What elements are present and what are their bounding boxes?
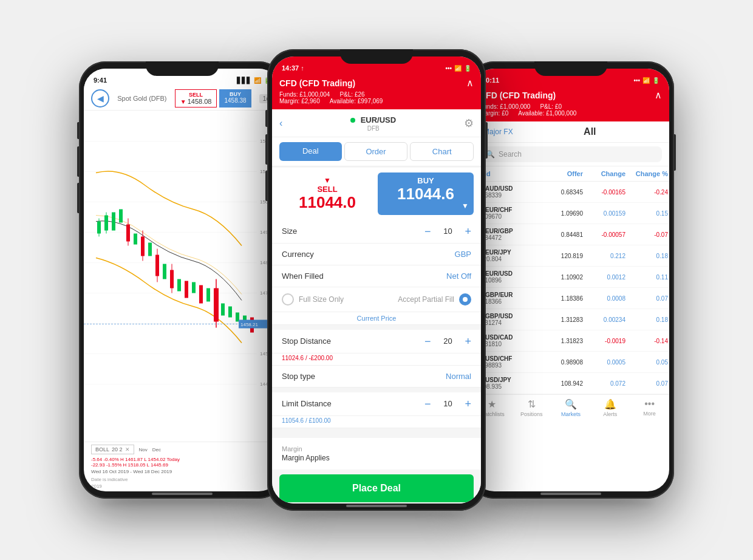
margin-title: Margin: [282, 445, 471, 452]
change-value: 0.0005: [583, 359, 625, 366]
full-size-option[interactable]: Full Size Only: [282, 293, 344, 306]
margin-header: Margin: £2,960: [279, 98, 320, 104]
pair-dot: GBP/USD: [480, 313, 534, 319]
markets-header: CFD (CFD Trading) ∧ Funds: £1,000,000 P&…: [472, 86, 669, 121]
table-row[interactable]: USD/JPY 108.935 108.942 0.072 0.07: [472, 373, 669, 394]
pair-bid: 1.18366: [480, 298, 534, 305]
boll-close[interactable]: ✕: [125, 446, 130, 452]
sell-box[interactable]: SELL ▼ 1458.08: [175, 89, 217, 108]
limit-increment[interactable]: +: [465, 398, 471, 409]
pair-dot: EUR/GBP: [480, 228, 534, 234]
size-increment[interactable]: +: [465, 226, 471, 237]
col-change: Change: [583, 170, 625, 177]
limit-decrement[interactable]: −: [424, 398, 431, 409]
change-value: 0.072: [583, 380, 625, 387]
sell-label: SELL: [283, 185, 372, 194]
nav-alerts[interactable]: 🔔 Alerts: [590, 398, 630, 417]
change-value: -0.00165: [583, 189, 625, 196]
collapse-icon-r[interactable]: ∧: [655, 89, 662, 101]
sell-price-box[interactable]: ▼ SELL 11044.0: [279, 172, 375, 215]
table-row[interactable]: USD/CHF 0.98893 0.98908 0.0005 0.05: [472, 352, 669, 373]
tab-order[interactable]: Order: [344, 142, 408, 161]
table-row[interactable]: EUR/USD 1.10896 1.10902 0.0012 0.11: [472, 267, 669, 288]
currency-label: Currency: [282, 250, 314, 259]
size-decrement[interactable]: −: [424, 226, 431, 237]
dots-icon: •••: [445, 65, 452, 72]
collapse-icon-c[interactable]: ∧: [466, 77, 474, 89]
change-value: 0.212: [583, 253, 625, 259]
pair-cell: USD/CAD 1.31810: [480, 334, 534, 347]
deal-tabs: Deal Order Chart: [272, 137, 481, 166]
settings-icon[interactable]: ⚙: [464, 117, 474, 130]
svg-rect-30: [221, 304, 225, 316]
table-row[interactable]: USD/CAD 1.31810 1.31823 -0.0019 -0.14: [472, 330, 669, 352]
pair-bid: 1.10896: [480, 277, 534, 284]
phone-center: 14:37 ↑ ••• 📶 🔋 CFD (CFD Trading) ∧: [267, 49, 486, 511]
svg-rect-31: [228, 307, 232, 318]
pair-bid: 0.98893: [480, 362, 534, 369]
svg-rect-26: [163, 264, 166, 279]
tab-chart[interactable]: Chart: [410, 142, 474, 161]
table-row[interactable]: GBP/USD 1.31274 1.31283 0.00234 0.18: [472, 309, 669, 330]
change-pct-value: 0.07: [625, 295, 668, 302]
buy-box[interactable]: BUY 1458.38: [219, 89, 251, 108]
full-size-radio[interactable]: [282, 293, 294, 306]
table-row[interactable]: AUD/USD 0.68339 0.68345 -0.00165 -0.24: [472, 182, 669, 203]
stop-increment[interactable]: +: [465, 336, 471, 347]
currency-row: Currency GBP: [272, 244, 481, 265]
partial-fill-option[interactable]: Accept Partial Fill: [398, 293, 471, 306]
change-pct-value: -0.07: [625, 231, 668, 238]
offer-value: 1.18386: [534, 295, 583, 302]
pair-dot: USD/CHF: [480, 355, 534, 362]
place-deal-button[interactable]: Place Deal: [279, 474, 474, 502]
price-boxes: SELL ▼ 1458.08 BUY 1458.38: [175, 89, 251, 108]
screen-left: 9:41 ▋▋▋ 📶 🔋 ◀ Spot Gold (DFB): [84, 69, 281, 491]
tab-deal[interactable]: Deal: [279, 142, 342, 161]
offer-value: 0.98908: [534, 359, 583, 366]
svg-rect-42: [185, 281, 188, 298]
pair-dot: EUR/CHF: [480, 207, 534, 213]
nav-positions[interactable]: ⇅ Positions: [512, 398, 551, 417]
funds-label: Funds: £1,000,004: [279, 91, 330, 98]
limit-distance-label: Limit Distance: [282, 399, 332, 408]
partial-fill-radio[interactable]: [459, 293, 471, 306]
change-value: 0.00234: [583, 316, 625, 323]
instrument-name: EUR/USD: [361, 115, 397, 125]
change-pct-value: -0.14: [625, 338, 668, 344]
stop-type-label: Stop type: [282, 372, 315, 381]
pair-bid: 120.804: [480, 256, 534, 262]
chart-title: Spot Gold (DFB): [117, 95, 166, 102]
table-row[interactable]: EUR/JPY 120.804 120.819 0.212 0.18: [472, 245, 669, 267]
svg-rect-23: [119, 210, 123, 223]
buy-arrow-icon: ▼: [462, 202, 469, 210]
status-dot: [350, 118, 355, 123]
nav-markets[interactable]: 🔍 Markets: [551, 398, 591, 417]
pair-cell: EUR/CHF 1.09670: [480, 207, 534, 220]
table-row[interactable]: GBP/EUR 1.18366 1.18386 0.0008 0.07: [472, 288, 669, 309]
table-row[interactable]: EUR/GBP 0.84472 0.84481 -0.00057 -0.07: [472, 224, 669, 245]
change-value: -0.0019: [583, 338, 625, 344]
back-button[interactable]: ◀: [91, 89, 109, 108]
col-change-pct: Change %: [625, 170, 668, 177]
pl-label: P&L: £26: [339, 91, 364, 98]
battery-icon-c: 🔋: [464, 65, 471, 72]
offer-value: 1.10902: [534, 274, 583, 281]
chart-area: 1520.00 1510.00 1500.00 1490.00 1480.00 …: [84, 111, 281, 442]
star-icon: ★: [488, 398, 496, 410]
margin-applies: Margin Applies: [282, 454, 471, 462]
change-pct-value: -0.24: [625, 189, 668, 196]
location-icon: ↑: [301, 64, 304, 72]
pair-dot: USD/JPY: [480, 377, 534, 383]
buy-price: 11044.6: [381, 185, 470, 203]
buy-price-box[interactable]: BUY 11044.6 ▼: [378, 172, 474, 215]
change-pct-value: 0.18: [625, 316, 668, 323]
nav-more[interactable]: ••• More: [630, 398, 669, 417]
when-filled-value[interactable]: Net Off: [446, 271, 471, 281]
available-r: Available: £1,000,000: [518, 110, 576, 117]
bell-icon: 🔔: [604, 398, 616, 410]
search-input[interactable]: 🔍 Search: [480, 146, 662, 162]
buy-label: BUY: [381, 176, 470, 185]
stop-decrement[interactable]: −: [424, 336, 431, 347]
table-row[interactable]: EUR/CHF 1.09670 1.09690 0.00159 0.15: [472, 203, 669, 224]
stop-type-value[interactable]: Normal: [446, 372, 471, 381]
